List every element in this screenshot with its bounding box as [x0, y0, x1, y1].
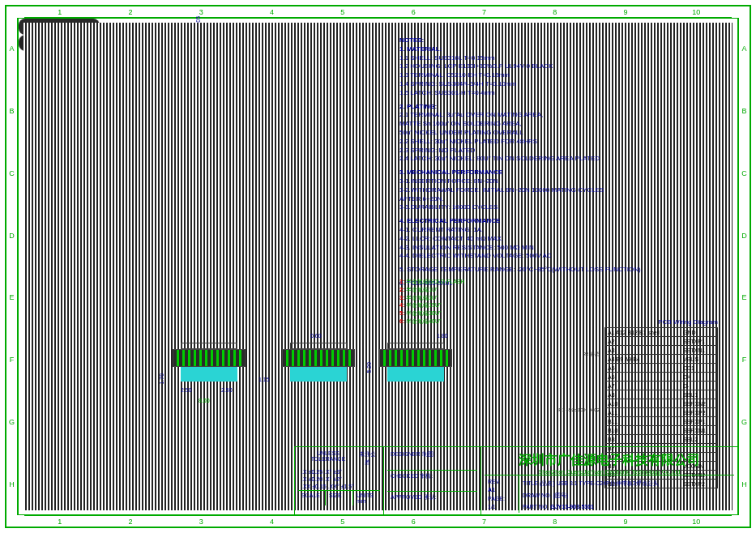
grid-col: 9 — [590, 6, 660, 17]
tol-sub: 未注公差 — [357, 450, 378, 467]
grid-row: E — [739, 266, 750, 329]
grid-col: 7 — [449, 6, 519, 17]
grid-row: A — [739, 18, 750, 80]
grid-col: 2 — [95, 6, 165, 17]
grid-row: G — [739, 391, 750, 454]
grid-row: G — [6, 391, 17, 454]
grid-col: 8 — [519, 6, 590, 17]
wiring-row: B11SSRXP1 — [605, 417, 718, 426]
grid-row: H — [6, 453, 17, 515]
wiring-row: A11SSRXP2 — [605, 408, 718, 417]
rev-value: A1 — [488, 487, 515, 492]
company-name-en: ShenZhen GuangJiaYuan Electronic Technol… — [485, 469, 734, 475]
units-label: UNITS — [357, 492, 374, 498]
legend-item: 2: 半金笔端1U" — [399, 286, 465, 294]
notes-line: 1.2 HOUSING: LCP E130I+30%G.F UL94V-0 BL… — [399, 62, 724, 71]
wiring-row: A5CC1 — [605, 364, 718, 373]
wiring-cell: A7 — [605, 382, 681, 390]
grid-left: ABCDEFGH — [6, 18, 18, 515]
grid-bottom: 12345678910 — [24, 515, 732, 527]
wiring-cell: SSRXP2 — [681, 408, 718, 417]
tol-hdr: UNLESS TOLERANCE — [300, 450, 357, 467]
dim-5-20: 5.20 — [366, 362, 372, 373]
approved-label: APPROVED 承认: — [387, 491, 477, 513]
tol-line-2: .XX ±0.15 .XX° ±1.5° — [298, 483, 380, 490]
grid-col: 2 — [95, 516, 165, 527]
grid-col: 4 — [237, 516, 307, 527]
end-face-view — [19, 35, 100, 51]
dim-0-60b: 0.60 — [310, 333, 322, 339]
r1-label: R1 45Ω±10% 0402 — [558, 407, 600, 412]
wiring-row: A10SSRXN2 — [605, 399, 718, 408]
part-value: GJY13-903-5301 — [550, 504, 594, 510]
page-label: PAGE: — [488, 496, 515, 501]
wiring-cell: B8 — [605, 435, 681, 444]
wiring-cell: B10 — [605, 426, 681, 435]
wiring-cell: A2 — [605, 337, 681, 346]
grid-row: C — [739, 143, 750, 205]
wiring-cell: D+ — [681, 373, 718, 382]
wiring-row: A8SBU1 — [605, 390, 718, 399]
grid-col: 6 — [378, 6, 448, 17]
grid-row: A — [6, 18, 17, 80]
wiring-cell: SSTXN1 — [681, 346, 718, 355]
notes-line: 2.2 SHELL: 30u" NICKEL PLATED FOR 48HRS — [399, 138, 724, 147]
tol-line-1: .X ±0.20 .X° ±2° — [298, 475, 380, 483]
dim-1-15: 1.15 — [258, 377, 270, 382]
wiring-cell: A6 — [605, 373, 681, 382]
legend-item: 5: 半金笔端30U" — [399, 309, 465, 318]
grid-right: ABCDEFGH — [738, 18, 750, 515]
drawing-sheet: 12345678910 12345678910 ABCDEFGH ABCDEFG… — [5, 5, 751, 528]
title-block: UNLESS TOLERANCE未注公差 .X ±0.25 .X° ±3° .X… — [294, 446, 737, 514]
units-value: mm — [357, 498, 366, 504]
grid-col: 6 — [378, 516, 448, 527]
dim-2-50a: 2.50 — [181, 387, 192, 393]
checked-label: CHECKED 审核: — [387, 470, 477, 492]
title-value: USB 3.1 TYPE-C24P拉伸带板3焊点公头 — [557, 480, 659, 486]
wiring-row: B10SSRXN1 — [605, 426, 718, 435]
notes-line: 3-2.WITHDRAWAL FORCE: INITIAL 8N~20N 100… — [399, 186, 724, 195]
legend-item: 3: 半金笔端3U" — [399, 294, 465, 302]
grid-row: D — [6, 204, 17, 266]
grid-col: 9 — [590, 516, 660, 527]
wiring-cell: A1 A12 B12 B1 shell — [605, 328, 681, 337]
grid-row: F — [739, 329, 750, 391]
notes-s1: 1.1 SHELL: SUS316L T=0.15mm1.2 HOUSING: … — [399, 54, 724, 98]
grid-row: B — [739, 80, 750, 143]
notes-s2: 2.1 TERMINAL: 3u"Au OVER ON MATING AREA,… — [399, 111, 724, 164]
draw-label: DRAW NO. (图号) — [523, 492, 731, 500]
footprint-view-2 — [282, 343, 355, 383]
dim-8-00: 8.00 — [199, 398, 210, 403]
notes-s4: 4-1. CURRENT RATING: 1A.4-2. LLCR: CONTA… — [399, 226, 724, 261]
notes-line: 2.3 SPRING: NO PLATED — [399, 147, 724, 156]
notes-line: 1.3 TERMINAL: C5210-EH T=0.15mm — [399, 71, 724, 80]
wiring-cell: A8 — [605, 390, 681, 399]
rev-label: REV. — [488, 479, 515, 484]
notes-line: 1.4 SPRING: SUS304R-3/4H T=0.10mm — [399, 80, 724, 89]
grid-col: 1 — [24, 516, 95, 527]
part-label: PART NO. — [523, 504, 549, 510]
plating-legend: 1: 半金笔端GOLD FLASH2: 半金笔端1U"3: 半金笔端3U"4: … — [399, 278, 465, 326]
grid-col: 3 — [166, 6, 237, 17]
company-name-cn: 深圳市广佳源电子科技有限公司 — [485, 449, 734, 469]
notes-line: 3-1.INSERTION FORCE: 8N~20N. — [399, 177, 724, 186]
grid-col: 3 — [166, 516, 237, 527]
notes-title: NOTES: — [399, 36, 724, 45]
grid-col: 5 — [307, 6, 378, 17]
grid-row: D — [739, 204, 750, 266]
size-label: SIZE — [325, 491, 352, 505]
notes-line: 4-4. DIELECTRIC WITHSTAND VOLTAGE: 500V … — [399, 252, 724, 261]
scale-label: SCALE — [298, 491, 325, 505]
dim-1-70: 1.70 — [159, 373, 164, 385]
grid-col: 5 — [307, 516, 378, 527]
grid-row: F — [6, 329, 17, 391]
wiring-row: A2SSTXP1 — [605, 337, 718, 346]
grid-row: E — [6, 266, 17, 329]
wiring-row: A1 A12 B12 B1 shellGND — [605, 328, 718, 337]
tol-line-0: .X ±0.25 .X° ±3° — [298, 468, 380, 475]
notes-line: AFTER 6~20N. — [399, 195, 724, 204]
wiring-cell: GND — [681, 328, 718, 337]
notes-s2-title: 2. PLATING: — [399, 103, 437, 110]
grid-row: H — [739, 453, 750, 515]
notes-line: MATTE Sn 100u" ON SOLDERING AREA, — [399, 120, 724, 129]
